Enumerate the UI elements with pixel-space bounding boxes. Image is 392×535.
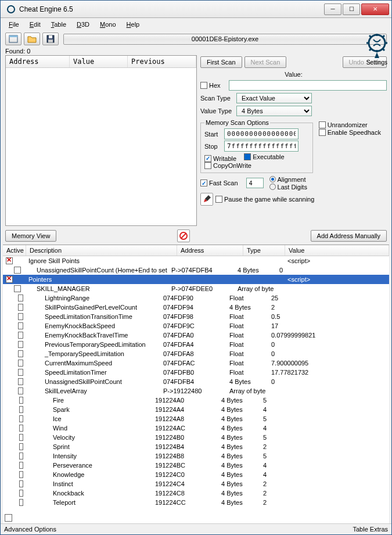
- table-extras[interactable]: Table Extras: [353, 526, 388, 533]
- menu-help[interactable]: Help: [122, 20, 145, 29]
- menu-table[interactable]: Table: [46, 20, 71, 29]
- start-input[interactable]: [224, 128, 299, 139]
- table-row[interactable]: EnemyKnockBackTravelTime074FDFA0Float0.0…: [3, 331, 389, 340]
- table-row[interactable]: Ignore Skill Points<script>: [3, 256, 389, 265]
- settings-logo[interactable]: Settings: [365, 33, 389, 67]
- table-row[interactable]: CurrentMaximumSpeed074FDFACFloat7.900000…: [3, 358, 389, 368]
- value-type-select[interactable]: 4 Bytes: [236, 106, 312, 116]
- hdr-addr[interactable]: Address: [177, 245, 243, 256]
- row-checkbox[interactable]: [19, 397, 23, 404]
- table-body[interactable]: Ignore Skill Points<script>UnassignedSki…: [3, 256, 389, 512]
- first-scan-button[interactable]: First Scan: [200, 56, 242, 68]
- value-input[interactable]: [229, 80, 387, 91]
- menu-file[interactable]: File: [4, 20, 24, 29]
- advanced-options[interactable]: Advanced Options: [4, 526, 56, 533]
- row-checkbox[interactable]: [19, 471, 23, 478]
- open-file-icon[interactable]: [24, 33, 40, 45]
- writable-checkbox[interactable]: Writable: [204, 155, 236, 162]
- titlebar[interactable]: Cheat Engine 6.5 ─ ☐ ✕: [1, 1, 391, 18]
- row-checkbox[interactable]: [19, 434, 23, 441]
- table-row[interactable]: Knowledge191224C04 Bytes4: [3, 470, 389, 479]
- scan-type-select[interactable]: Exact Value: [236, 93, 312, 103]
- row-checkbox[interactable]: [14, 267, 21, 274]
- row-checkbox[interactable]: [18, 332, 23, 339]
- executable-checkbox[interactable]: Executable: [244, 153, 284, 160]
- row-checkbox[interactable]: [19, 425, 23, 432]
- fast-scan-checkbox[interactable]: Fast Scan: [200, 179, 238, 186]
- table-row[interactable]: SpeedLimitationTimer074FDFB0Float17.7782…: [3, 368, 389, 377]
- table-row[interactable]: Intensity191224B84 Bytes5: [3, 451, 389, 461]
- table-row[interactable]: Knockback191224C84 Bytes2: [3, 489, 389, 498]
- table-row[interactable]: Instinct191224C44 Bytes2: [3, 479, 389, 489]
- save-icon[interactable]: [42, 33, 59, 45]
- row-checkbox[interactable]: [18, 295, 23, 301]
- row-checkbox[interactable]: [19, 462, 23, 469]
- row-checkbox[interactable]: [19, 406, 23, 413]
- pause-checkbox[interactable]: Pause the game while scanning: [215, 196, 314, 203]
- row-checkbox[interactable]: [18, 387, 23, 394]
- hdr-type[interactable]: Type: [243, 245, 285, 256]
- row-checkbox[interactable]: [18, 360, 23, 367]
- no-icon[interactable]: [177, 229, 190, 242]
- row-checkbox[interactable]: [19, 415, 23, 422]
- table-row[interactable]: EnemyKnockBackSpeed074FDF9CFloat17: [3, 321, 389, 331]
- col-previous[interactable]: Previous: [128, 56, 196, 67]
- col-value[interactable]: Value: [70, 56, 128, 67]
- table-row[interactable]: SpeedLimitationTransitionTime074FDF98Flo…: [3, 312, 389, 321]
- table-row[interactable]: Ice191224A84 Bytes5: [3, 414, 389, 423]
- row-checkbox[interactable]: [19, 443, 23, 450]
- unrandomizer-checkbox[interactable]: Unrandomizer: [319, 121, 381, 128]
- col-address[interactable]: Address: [6, 56, 70, 67]
- memory-view-button[interactable]: Memory View: [5, 230, 56, 242]
- alignment-radio[interactable]: Alignment: [269, 176, 307, 183]
- table-row[interactable]: _TemporarySpeedLimitation074FDFA8Float0: [3, 349, 389, 358]
- table-row[interactable]: Sprint191224B44 Bytes2: [3, 442, 389, 451]
- minimize-button[interactable]: ─: [324, 3, 341, 15]
- table-row[interactable]: Teleport191224CC4 Bytes2: [3, 498, 389, 507]
- pen-icon[interactable]: [200, 193, 213, 206]
- row-checkbox[interactable]: [19, 499, 23, 506]
- hdr-desc[interactable]: Description: [26, 245, 177, 256]
- fast-scan-value[interactable]: [246, 178, 264, 188]
- speedhack-checkbox[interactable]: Enable Speedhack: [319, 129, 381, 136]
- row-checkbox[interactable]: [18, 369, 23, 376]
- table-row[interactable]: SKILL_MANAGERP->074FDEE0Array of byte: [3, 284, 389, 293]
- hex-checkbox[interactable]: Hex: [200, 82, 221, 89]
- next-scan-button[interactable]: Next Scan: [244, 56, 287, 68]
- table-row[interactable]: Wind191224AC4 Bytes4: [3, 423, 389, 433]
- row-checkbox[interactable]: [18, 378, 23, 385]
- row-checkbox[interactable]: [18, 350, 23, 357]
- cow-checkbox[interactable]: CopyOnWrite: [204, 162, 251, 169]
- add-address-button[interactable]: Add Address Manually: [311, 230, 387, 242]
- row-checkbox[interactable]: [18, 304, 23, 311]
- process-bar[interactable]: 00001DE8-Epistory.exe: [63, 34, 387, 45]
- table-row[interactable]: Perseverance191224BC4 Bytes4: [3, 461, 389, 470]
- table-row[interactable]: LightningRange074FDF90Float25: [3, 293, 389, 303]
- table-row[interactable]: Pointers<script>: [3, 275, 389, 284]
- table-row[interactable]: UnassignedSkillPointCount (Home+End to s…: [3, 265, 389, 275]
- hdr-val[interactable]: Value: [285, 245, 389, 256]
- row-checkbox[interactable]: [18, 341, 23, 348]
- row-checkbox[interactable]: [19, 480, 23, 487]
- table-row[interactable]: Velocity191224B04 Bytes5: [3, 433, 389, 442]
- table-row[interactable]: SkillLevelArrayP->19122480Array of byte: [3, 386, 389, 396]
- menu-d3d[interactable]: D3D: [72, 20, 94, 29]
- row-checkbox[interactable]: [18, 322, 23, 329]
- menu-edit[interactable]: Edit: [25, 20, 45, 29]
- stop-input[interactable]: [224, 141, 299, 152]
- row-checkbox[interactable]: [6, 257, 13, 264]
- menu-mono[interactable]: Mono: [95, 20, 121, 29]
- row-checkbox[interactable]: [14, 285, 21, 292]
- row-checkbox[interactable]: [19, 490, 23, 497]
- corner-checkbox[interactable]: [5, 514, 12, 522]
- maximize-button[interactable]: ☐: [343, 3, 360, 15]
- table-row[interactable]: PreviousTemporarySpeedLimitation074FDFA4…: [3, 340, 389, 349]
- table-row[interactable]: Fire191224A04 Bytes5: [3, 396, 389, 405]
- table-row[interactable]: Spark191224A44 Bytes4: [3, 405, 389, 414]
- row-checkbox[interactable]: [19, 453, 23, 459]
- close-button[interactable]: ✕: [361, 3, 389, 15]
- table-row[interactable]: UnassignedSkillPointCount074FDFB44 Bytes…: [3, 377, 389, 386]
- table-row[interactable]: SkillPointsGainedPerLevelCount074FDF944 …: [3, 303, 389, 312]
- last-digits-radio[interactable]: Last Digits: [269, 184, 307, 191]
- hdr-active[interactable]: Active: [3, 245, 26, 256]
